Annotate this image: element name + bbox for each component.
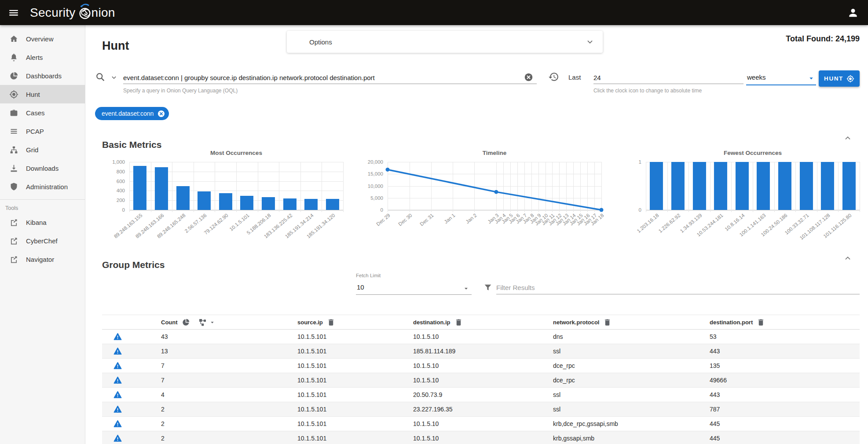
filter-results-input[interactable] bbox=[496, 281, 860, 294]
bar[interactable] bbox=[778, 162, 791, 210]
table-cell: dns bbox=[538, 333, 695, 340]
table-cell: 10.1.5.10 bbox=[398, 333, 538, 340]
data-point[interactable] bbox=[600, 208, 604, 212]
bar[interactable] bbox=[262, 197, 275, 210]
y-axis-tick-label: 0 bbox=[381, 207, 383, 213]
bar[interactable] bbox=[133, 166, 146, 210]
sidebar-item-overview[interactable]: Overview bbox=[0, 29, 85, 48]
column-header-network-protocol[interactable]: network.protocol bbox=[538, 318, 695, 327]
bar[interactable] bbox=[671, 162, 685, 210]
graph-options-caret-icon[interactable] bbox=[209, 319, 216, 326]
bar[interactable] bbox=[326, 199, 339, 210]
alert-triangle-icon[interactable] bbox=[113, 419, 122, 429]
bar[interactable] bbox=[799, 162, 813, 210]
alert-triangle-icon[interactable] bbox=[113, 434, 122, 443]
sidebar-tool-kibana[interactable]: Kibana bbox=[0, 213, 85, 231]
table-row[interactable]: 410.1.5.10120.50.73.9ssl443 bbox=[102, 388, 860, 402]
bar[interactable] bbox=[176, 186, 189, 210]
chart-fewest-occurrences: Fewest Occurrences 01 1.203.16.181.226.6… bbox=[619, 150, 860, 250]
table-row[interactable]: 4310.1.5.10110.1.5.10dns53 bbox=[102, 330, 860, 344]
table-row[interactable]: 1310.1.5.101185.81.114.189ssl443 bbox=[102, 344, 860, 359]
fetch-limit-select[interactable]: 10 bbox=[356, 281, 472, 295]
sidebar-tool-cyberchef[interactable]: CyberChef bbox=[0, 231, 85, 250]
table-cell: krb,dce_rpc,gssapi,smb bbox=[538, 420, 695, 427]
sidebar-item-alerts[interactable]: Alerts bbox=[0, 48, 85, 66]
chip-close-icon[interactable] bbox=[157, 110, 165, 118]
pie-chart-toggle-icon[interactable] bbox=[182, 318, 190, 327]
remove-column-icon[interactable] bbox=[327, 318, 335, 327]
table-row[interactable]: 710.1.5.10110.1.5.10dce_rpc135 bbox=[102, 359, 860, 373]
alert-triangle-icon[interactable] bbox=[113, 405, 122, 414]
table-row[interactable]: 210.1.5.10110.1.5.10krb,gssapi,smb445 bbox=[102, 431, 860, 444]
column-header-source-ip[interactable]: source.ip bbox=[282, 318, 398, 327]
remove-column-icon[interactable] bbox=[757, 318, 765, 327]
alert-triangle-icon[interactable] bbox=[113, 376, 122, 385]
table-cell: 7 bbox=[146, 362, 282, 369]
sidebar-item-grid[interactable]: Grid bbox=[0, 140, 85, 159]
remove-column-icon[interactable] bbox=[603, 318, 612, 327]
account-button[interactable] bbox=[843, 3, 863, 22]
sidebar-item-dashboards[interactable]: Dashboards bbox=[0, 66, 85, 85]
filter-chip-label: event.dataset:conn bbox=[102, 110, 154, 117]
table-cell: 787 bbox=[695, 406, 860, 413]
table-cell: 10.1.5.101 bbox=[282, 435, 398, 442]
bar[interactable] bbox=[757, 162, 770, 210]
sidebar-item-administration[interactable]: Administration bbox=[0, 177, 85, 196]
bar[interactable] bbox=[198, 191, 211, 210]
column-header-label: network.protocol bbox=[553, 319, 599, 326]
hunt-button[interactable]: HUNT bbox=[819, 70, 860, 87]
table-row[interactable]: 210.1.5.10110.1.5.10krb,dce_rpc,gssapi,s… bbox=[102, 417, 860, 431]
alert-triangle-icon[interactable] bbox=[113, 361, 122, 371]
data-point[interactable] bbox=[386, 168, 390, 172]
alert-triangle-icon[interactable] bbox=[113, 332, 122, 341]
bar[interactable] bbox=[155, 167, 168, 210]
search-icon[interactable] bbox=[95, 72, 106, 82]
filter-chip[interactable]: event.dataset:conn bbox=[95, 107, 169, 120]
sidebar-item-cases[interactable]: Cases bbox=[0, 103, 85, 122]
alert-triangle-icon[interactable] bbox=[113, 347, 122, 356]
data-point[interactable] bbox=[494, 190, 498, 194]
column-header-destination-ip[interactable]: destination.ip bbox=[398, 318, 538, 327]
external-link-icon bbox=[9, 236, 18, 246]
remove-column-icon[interactable] bbox=[454, 318, 463, 327]
bar[interactable] bbox=[821, 162, 834, 210]
bar[interactable] bbox=[240, 196, 253, 210]
group-metrics-collapse-button[interactable] bbox=[842, 253, 853, 264]
clear-query-icon[interactable] bbox=[524, 73, 533, 82]
relative-time-clock-icon[interactable] bbox=[548, 71, 559, 82]
sidebar-item-downloads[interactable]: Downloads bbox=[0, 159, 85, 177]
sidebar-tool-navigator[interactable]: Navigator bbox=[0, 250, 85, 268]
column-header-count[interactable]: Count bbox=[146, 318, 282, 327]
group-graph-icon[interactable] bbox=[198, 318, 207, 327]
bar[interactable] bbox=[304, 199, 318, 210]
bar[interactable] bbox=[650, 162, 663, 210]
alert-triangle-icon[interactable] bbox=[113, 390, 122, 400]
table-cell: 49666 bbox=[695, 377, 860, 384]
query-input[interactable] bbox=[123, 71, 537, 84]
column-header-destination-port[interactable]: destination.port bbox=[695, 318, 860, 327]
chart-timeline: Timeline 05,00010,00015,00020,000 Dec 29… bbox=[360, 150, 601, 250]
sidebar-tool-label: Kibana bbox=[26, 219, 47, 226]
pie-icon bbox=[9, 71, 18, 81]
time-value-input[interactable] bbox=[593, 71, 743, 84]
column-header-label: destination.port bbox=[710, 319, 753, 326]
basic-metrics-collapse-button[interactable] bbox=[842, 133, 853, 143]
table-row[interactable]: 710.1.5.10110.1.5.10dce_rpc49666 bbox=[102, 373, 860, 388]
options-panel-toggle[interactable]: Options bbox=[287, 31, 603, 53]
sidebar-item-hunt[interactable]: Hunt bbox=[0, 85, 85, 103]
table-row[interactable]: 210.1.5.10123.227.196.35ssl787 bbox=[102, 402, 860, 417]
bar[interactable] bbox=[736, 162, 749, 210]
bar[interactable] bbox=[219, 193, 232, 210]
table-cell: 10.1.5.10 bbox=[398, 420, 538, 427]
bar[interactable] bbox=[283, 198, 296, 210]
bar[interactable] bbox=[692, 162, 706, 210]
query-history-caret-icon[interactable] bbox=[110, 73, 118, 81]
options-label: Options bbox=[309, 38, 332, 46]
time-unit-select[interactable]: weeks bbox=[746, 71, 816, 85]
bar[interactable] bbox=[842, 162, 856, 210]
download-icon bbox=[9, 164, 18, 173]
menu-button[interactable] bbox=[4, 3, 24, 23]
brand-prefix: Security bbox=[30, 6, 76, 20]
bar[interactable] bbox=[714, 162, 727, 210]
sidebar-item-pcap[interactable]: PCAP bbox=[0, 122, 85, 140]
